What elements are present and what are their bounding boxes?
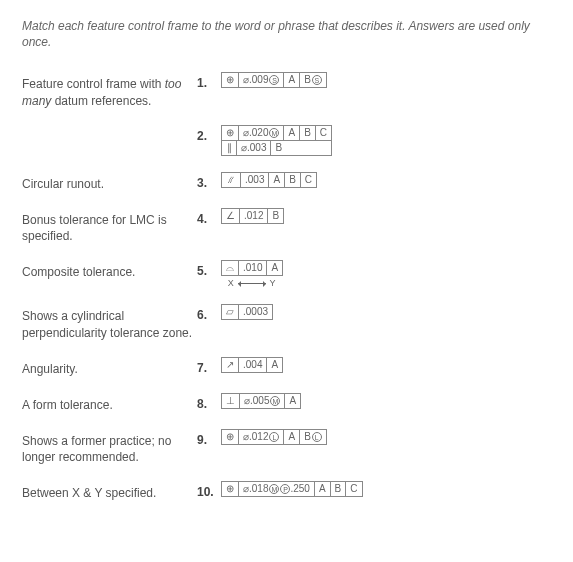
frame-number-5: 5. [197,258,221,278]
frame-number-2: 2. [197,123,221,143]
description-6: Angularity. [22,355,197,377]
fcf-4: ∠ .012 B [221,206,284,224]
instructions: Match each feature control frame to the … [22,18,551,50]
circular-runout-icon: ↗ [226,360,234,370]
description-5: Shows a cylindrical perpendicularity tol… [22,302,197,340]
position-icon: ⊕ [226,75,234,85]
description-9: Between X & Y specified. [22,479,197,501]
frame-number-8: 8. [197,391,221,411]
fcf-8: ⊥ ⌀.005M A [221,391,301,409]
description-1: Feature control frame with too many datu… [22,70,197,108]
frame-number-9: 9. [197,427,221,447]
frame-number-3: 3. [197,170,221,190]
position-icon: ⊕ [226,432,234,442]
fcf-10: ⊕ ⌀.018MP.250 A B C [221,479,363,497]
fcf-9: ⊕ ⌀.012L A BL [221,427,327,445]
parallelism-icon: ∥ [227,143,232,153]
frame-number-4: 4. [197,206,221,226]
position-icon: ⊕ [226,128,234,138]
description-7: A form tolerance. [22,391,197,413]
modifier-s: S [269,75,279,85]
angularity-icon: ∠ [226,211,235,221]
fcf-1: ⊕ ⌀.009S A BS [221,70,327,88]
fcf-7: ↗ .004 A [221,355,283,373]
modifier-l: L [269,432,279,442]
modifier-p: P [280,484,290,494]
profile-surface-icon: ⌓ [226,263,234,273]
frame-number-7: 7. [197,355,221,375]
fcf-3: ⫽ .003 A B C [221,170,317,188]
frame-number-1: 1. [197,70,221,90]
description-2: Circular runout. [22,170,197,192]
flatness-icon: ▱ [226,307,234,317]
perpendicularity-icon: ⊥ [226,396,235,406]
parallel-icon: ⫽ [226,175,236,185]
description-4: Composite tolerance. [22,258,197,280]
description-8: Shows a former practice; no longer recom… [22,427,197,465]
fcf-6: ▱ .0003 [221,302,273,320]
position-icon: ⊕ [226,484,234,494]
description-3: Bonus tolerance for LMC is specified. [22,206,197,244]
fcf-5: ⌓ .010 A X Y [221,258,283,288]
modifier-s: S [312,75,322,85]
frame-number-10: 10. [197,479,221,499]
fcf-2: ⊕ ⌀.020M A B C ∥ ⌀.003 B [221,123,332,156]
frame-number-6: 6. [197,302,221,322]
between-xy-label: X Y [221,278,283,288]
